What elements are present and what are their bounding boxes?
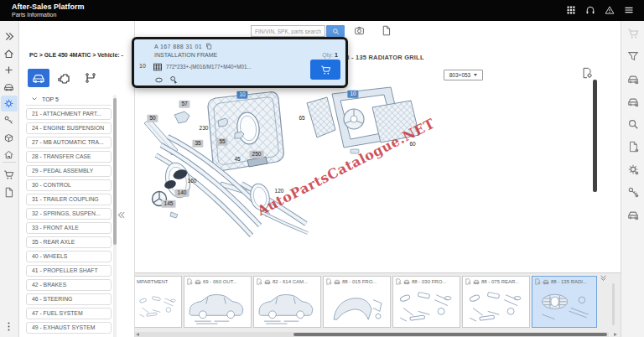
caret-down-icon: [474, 74, 477, 76]
part-callout-60[interactable]: 60: [407, 141, 418, 148]
thumbnail-header: 69 - 060 OUT...: [184, 277, 251, 287]
parts-diagram[interactable]: [134, 80, 594, 274]
parts-check-icon[interactable]: [627, 163, 639, 175]
table-icon[interactable]: [153, 62, 163, 72]
thumbnail-88-015-fro-[interactable]: 88 - 015 FRO...: [323, 276, 391, 328]
part-callout-120[interactable]: 120: [273, 188, 287, 195]
image-search-icon[interactable]: [354, 25, 365, 36]
part-callout-10[interactable]: 10: [347, 91, 358, 98]
document-check-icon[interactable]: [627, 141, 639, 153]
thumbnail-header: 88 - 015 FRO...: [324, 277, 390, 287]
thumbnail-preview: [463, 287, 529, 326]
more-options-icon[interactable]: [3, 321, 14, 332]
part-callout-65[interactable]: 65: [296, 115, 307, 122]
part-callout-140[interactable]: 140: [175, 189, 190, 197]
part-callout-45[interactable]: 45: [231, 156, 242, 163]
sidebar-item-46[interactable]: 46 - STEERING: [26, 293, 112, 305]
engine-icon: [58, 71, 71, 85]
part-callout-145[interactable]: 145: [162, 200, 176, 208]
thumbnail-sketch-parts: [393, 287, 460, 326]
scroll-left-arrow[interactable]: [136, 333, 139, 336]
expand-icon[interactable]: [3, 31, 14, 42]
filmstrip-collapse-icon[interactable]: [600, 274, 607, 282]
part-number: A 167 888 31 01: [154, 43, 212, 49]
headset-icon[interactable]: [585, 5, 595, 15]
search-input[interactable]: [251, 25, 325, 37]
sidebar-item-35[interactable]: 35 - REAR AXLE: [26, 236, 112, 248]
sidebar-item-33[interactable]: 33 - FRONT AXLE: [26, 222, 112, 234]
home-icon[interactable]: [3, 49, 14, 60]
group-list-header[interactable]: TOP 5: [26, 93, 112, 106]
filmstrip-vertical-scrollbar[interactable]: [612, 283, 615, 325]
add-icon[interactable]: [3, 65, 14, 75]
part-callout-55[interactable]: 55: [216, 138, 227, 146]
sidebar-item-41[interactable]: 41 - PROPELLER SHAFT: [26, 265, 112, 277]
vehicle-check-icon[interactable]: [627, 209, 639, 220]
key-parts-icon[interactable]: [3, 115, 14, 126]
tab-vehicle[interactable]: [28, 69, 49, 87]
sidebar-item-42[interactable]: 42 - BRAKES: [26, 279, 112, 291]
part-callout-10[interactable]: 10: [236, 91, 247, 99]
sidebar-scrollbar-thumb[interactable]: [113, 98, 117, 245]
sidebar-item-31[interactable]: 31 - TRAILER COUPLING: [26, 194, 112, 205]
sidebar-item-24[interactable]: 24 - ENGINE SUSPENSION: [26, 122, 112, 134]
add-to-cart-button[interactable]: [310, 60, 340, 80]
sidebar-item-30[interactable]: 30 - CONTROL: [26, 179, 112, 191]
tab-engine[interactable]: [54, 69, 75, 87]
left-icon-rail: [0, 21, 19, 337]
vehicle-info-icon[interactable]: [627, 73, 639, 85]
documents-icon[interactable]: [3, 187, 14, 198]
part-footnote: 772*233+-(M016/M177+M40+M01...: [166, 64, 290, 70]
filmstrip-horizontal-scrollbar[interactable]: [134, 332, 609, 337]
tab-transmission[interactable]: [80, 69, 101, 87]
thumbnail-header: 82 - 614 CAM...: [254, 277, 320, 287]
thumbnail-82-614-cam-[interactable]: 82 - 614 CAM...: [253, 276, 321, 328]
part-callout-35[interactable]: 35: [192, 140, 203, 148]
sidebar-item-47[interactable]: 47 - FUEL SYSTEM: [26, 308, 112, 319]
scroll-right-arrow[interactable]: [614, 333, 617, 336]
thumbnail-mpartment[interactable]: MPARTMENT: [134, 276, 182, 328]
sidebar-scrollbar[interactable]: [113, 95, 117, 337]
thumbnail-69-060-out-[interactable]: 69 - 060 OUT...: [184, 276, 252, 328]
search-icon[interactable]: [627, 118, 639, 130]
sidebar-item-40[interactable]: 40 - WHEELS: [26, 251, 112, 262]
apps-grid-icon[interactable]: [566, 5, 576, 15]
sidebar-item-32[interactable]: 32 - SPRINGS, SUSPEN...: [26, 208, 112, 220]
sidebar-item-28[interactable]: 28 - TRANSFER CASE: [26, 151, 112, 163]
thumbnail-88-075-rear-[interactable]: 88 - 075 REAR...: [462, 276, 530, 328]
sidebar-item-27[interactable]: 27 - MB AUTOMATIC TRA...: [26, 137, 112, 148]
sidebar-item-21[interactable]: 21 - ATTACHMENT PART...: [26, 108, 112, 120]
parts-catalog-icon[interactable]: [3, 98, 14, 109]
copy-icon[interactable]: [205, 43, 212, 49]
search-button[interactable]: [326, 25, 345, 37]
sidebar-item-49[interactable]: 49 - EXHAUST SYSTEM: [26, 322, 112, 334]
locate-in-image-icon[interactable]: [169, 75, 179, 85]
warning-icon[interactable]: [605, 5, 615, 15]
workshop-icon[interactable]: [3, 149, 14, 160]
sidebar-item-29[interactable]: 29 - PEDAL ASSEMBLY: [26, 165, 112, 177]
thumbnail-88-030-fro-[interactable]: 88 - 030 FRO...: [392, 276, 460, 328]
part-callout-250[interactable]: 250: [250, 151, 264, 158]
thumbnail-88-135-radi-[interactable]: 88 - 135 RADI...: [532, 276, 597, 328]
filmstrip-scrollbar-thumb[interactable]: [293, 333, 607, 336]
labor-rates-icon[interactable]: [627, 186, 639, 198]
cart-icon[interactable]: [3, 169, 14, 180]
menu-icon[interactable]: [624, 5, 634, 15]
vehicle-icon[interactable]: [3, 81, 14, 92]
part-callout-50[interactable]: 50: [147, 115, 158, 122]
packages-icon[interactable]: [3, 132, 14, 143]
part-callout-57[interactable]: 57: [179, 101, 190, 108]
part-callout-230[interactable]: 230: [197, 125, 211, 132]
image-badge-icon: [186, 278, 193, 285]
highlight-oval-icon[interactable]: [154, 75, 164, 85]
vehicle-swap-icon[interactable]: [627, 96, 639, 107]
part-info-popup: A 167 888 31 01 INSTALLATION FRAME Qty: …: [132, 37, 348, 88]
thumbnail-preview: [393, 287, 460, 326]
sidebar-collapse-icon[interactable]: [117, 210, 127, 220]
document-icon[interactable]: [381, 25, 392, 36]
image-options-icon[interactable]: [581, 67, 593, 79]
cart-icon[interactable]: [627, 28, 639, 39]
filter-icon[interactable]: [627, 50, 639, 62]
page-title: 88 - 135 RADIATOR GRILL: [342, 54, 424, 61]
part-callout-160[interactable]: 160: [185, 178, 200, 185]
